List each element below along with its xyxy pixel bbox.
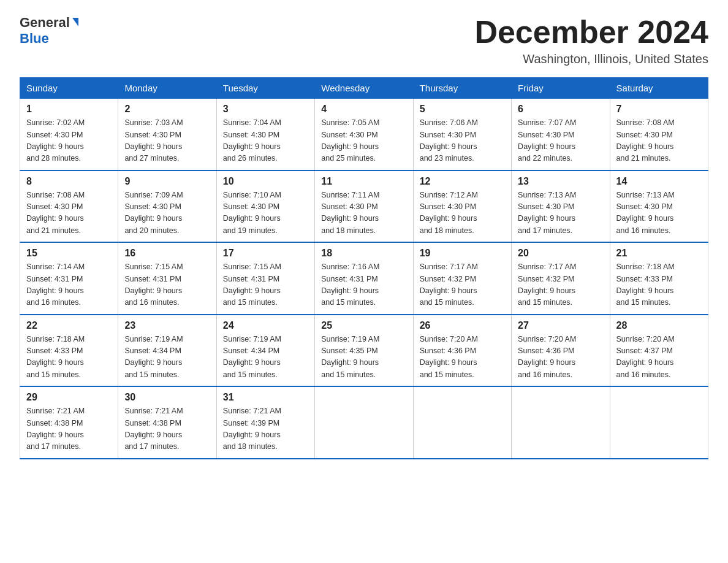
calendar-cell: [315, 386, 413, 459]
day-info: Sunrise: 7:20 AMSunset: 4:36 PMDaylight:…: [420, 334, 505, 381]
day-number: 14: [616, 176, 702, 187]
day-info: Sunrise: 7:17 AMSunset: 4:32 PMDaylight:…: [420, 261, 505, 309]
calendar-cell: 7Sunrise: 7:08 AMSunset: 4:30 PMDaylight…: [610, 99, 708, 170]
day-number: 6: [518, 104, 603, 115]
day-number: 5: [420, 104, 505, 115]
day-number: 4: [321, 104, 406, 115]
day-info: Sunrise: 7:09 AMSunset: 4:30 PMDaylight:…: [124, 190, 210, 237]
day-number: 1: [26, 104, 112, 115]
calendar-cell: [413, 386, 511, 459]
day-number: 28: [616, 320, 702, 331]
calendar-cell: 23Sunrise: 7:19 AMSunset: 4:34 PMDayligh…: [118, 315, 216, 387]
calendar-week-row: 29Sunrise: 7:21 AMSunset: 4:38 PMDayligh…: [20, 386, 708, 459]
calendar-week-row: 1Sunrise: 7:02 AMSunset: 4:30 PMDaylight…: [20, 99, 708, 170]
day-info: Sunrise: 7:10 AMSunset: 4:30 PMDaylight:…: [223, 190, 308, 237]
day-number: 15: [26, 248, 112, 259]
calendar-week-row: 22Sunrise: 7:18 AMSunset: 4:33 PMDayligh…: [20, 315, 708, 387]
weekday-header-tuesday: Tuesday: [216, 78, 314, 99]
calendar-cell: [512, 386, 610, 459]
calendar-cell: 20Sunrise: 7:17 AMSunset: 4:32 PMDayligh…: [512, 242, 610, 315]
calendar-cell: 5Sunrise: 7:06 AMSunset: 4:30 PMDaylight…: [413, 99, 511, 170]
location-subtitle: Washington, Illinois, United States: [474, 52, 708, 66]
day-info: Sunrise: 7:17 AMSunset: 4:32 PMDaylight:…: [518, 261, 603, 309]
day-info: Sunrise: 7:18 AMSunset: 4:33 PMDaylight:…: [26, 334, 112, 381]
calendar-header-row: SundayMondayTuesdayWednesdayThursdayFrid…: [20, 78, 708, 99]
day-info: Sunrise: 7:19 AMSunset: 4:34 PMDaylight:…: [124, 334, 210, 381]
month-title: December 2024: [474, 15, 708, 50]
day-info: Sunrise: 7:14 AMSunset: 4:31 PMDaylight:…: [26, 261, 112, 309]
day-info: Sunrise: 7:18 AMSunset: 4:33 PMDaylight:…: [616, 261, 702, 309]
calendar-week-row: 15Sunrise: 7:14 AMSunset: 4:31 PMDayligh…: [20, 242, 708, 315]
day-info: Sunrise: 7:19 AMSunset: 4:34 PMDaylight:…: [223, 334, 308, 381]
calendar-cell: 26Sunrise: 7:20 AMSunset: 4:36 PMDayligh…: [413, 315, 511, 387]
day-number: 8: [26, 176, 112, 187]
day-info: Sunrise: 7:20 AMSunset: 4:37 PMDaylight:…: [616, 334, 702, 381]
calendar-cell: 22Sunrise: 7:18 AMSunset: 4:33 PMDayligh…: [20, 315, 118, 387]
day-number: 11: [321, 176, 406, 187]
calendar-week-row: 8Sunrise: 7:08 AMSunset: 4:30 PMDaylight…: [20, 170, 708, 243]
day-number: 27: [518, 320, 603, 331]
day-number: 16: [124, 248, 210, 259]
calendar-cell: 24Sunrise: 7:19 AMSunset: 4:34 PMDayligh…: [216, 315, 314, 387]
day-info: Sunrise: 7:05 AMSunset: 4:30 PMDaylight:…: [321, 117, 406, 165]
calendar-cell: 31Sunrise: 7:21 AMSunset: 4:39 PMDayligh…: [216, 386, 314, 459]
day-info: Sunrise: 7:19 AMSunset: 4:35 PMDaylight:…: [321, 334, 406, 381]
calendar-table: SundayMondayTuesdayWednesdayThursdayFrid…: [20, 77, 708, 459]
day-number: 9: [124, 176, 210, 187]
day-info: Sunrise: 7:20 AMSunset: 4:36 PMDaylight:…: [518, 334, 603, 381]
calendar-cell: 11Sunrise: 7:11 AMSunset: 4:30 PMDayligh…: [315, 170, 413, 243]
day-info: Sunrise: 7:13 AMSunset: 4:30 PMDaylight:…: [518, 190, 603, 237]
day-number: 21: [616, 248, 702, 259]
calendar-cell: 17Sunrise: 7:15 AMSunset: 4:31 PMDayligh…: [216, 242, 314, 315]
day-number: 25: [321, 320, 406, 331]
day-number: 22: [26, 320, 112, 331]
day-info: Sunrise: 7:11 AMSunset: 4:30 PMDaylight:…: [321, 190, 406, 237]
calendar-cell: [610, 386, 708, 459]
day-number: 18: [321, 248, 406, 259]
calendar-cell: 13Sunrise: 7:13 AMSunset: 4:30 PMDayligh…: [512, 170, 610, 243]
day-number: 2: [124, 104, 210, 115]
calendar-cell: 19Sunrise: 7:17 AMSunset: 4:32 PMDayligh…: [413, 242, 511, 315]
calendar-cell: 25Sunrise: 7:19 AMSunset: 4:35 PMDayligh…: [315, 315, 413, 387]
day-info: Sunrise: 7:13 AMSunset: 4:30 PMDaylight:…: [616, 190, 702, 237]
calendar-cell: 9Sunrise: 7:09 AMSunset: 4:30 PMDaylight…: [118, 170, 216, 243]
day-info: Sunrise: 7:15 AMSunset: 4:31 PMDaylight:…: [124, 261, 210, 309]
day-info: Sunrise: 7:21 AMSunset: 4:38 PMDaylight:…: [124, 405, 210, 453]
day-number: 26: [420, 320, 505, 331]
day-number: 24: [223, 320, 308, 331]
calendar-cell: 29Sunrise: 7:21 AMSunset: 4:38 PMDayligh…: [20, 386, 118, 459]
calendar-cell: 6Sunrise: 7:07 AMSunset: 4:30 PMDaylight…: [512, 99, 610, 170]
day-number: 17: [223, 248, 308, 259]
page-header: General Blue December 2024 Washington, I…: [20, 15, 708, 66]
calendar-cell: 1Sunrise: 7:02 AMSunset: 4:30 PMDaylight…: [20, 99, 118, 170]
calendar-cell: 10Sunrise: 7:10 AMSunset: 4:30 PMDayligh…: [216, 170, 314, 243]
calendar-cell: 4Sunrise: 7:05 AMSunset: 4:30 PMDaylight…: [315, 99, 413, 170]
calendar-cell: 28Sunrise: 7:20 AMSunset: 4:37 PMDayligh…: [610, 315, 708, 387]
day-info: Sunrise: 7:06 AMSunset: 4:30 PMDaylight:…: [420, 117, 505, 165]
logo-general-text: General: [20, 15, 70, 31]
calendar-cell: 27Sunrise: 7:20 AMSunset: 4:36 PMDayligh…: [512, 315, 610, 387]
day-number: 31: [223, 392, 308, 403]
day-number: 23: [124, 320, 210, 331]
calendar-cell: 16Sunrise: 7:15 AMSunset: 4:31 PMDayligh…: [118, 242, 216, 315]
day-number: 10: [223, 176, 308, 187]
day-info: Sunrise: 7:08 AMSunset: 4:30 PMDaylight:…: [26, 190, 112, 237]
day-info: Sunrise: 7:03 AMSunset: 4:30 PMDaylight:…: [124, 117, 210, 165]
weekday-header-wednesday: Wednesday: [315, 78, 413, 99]
day-info: Sunrise: 7:12 AMSunset: 4:30 PMDaylight:…: [420, 190, 505, 237]
calendar-cell: 21Sunrise: 7:18 AMSunset: 4:33 PMDayligh…: [610, 242, 708, 315]
day-number: 20: [518, 248, 603, 259]
day-info: Sunrise: 7:02 AMSunset: 4:30 PMDaylight:…: [26, 117, 112, 165]
title-block: December 2024 Washington, Illinois, Unit…: [474, 15, 708, 66]
day-info: Sunrise: 7:07 AMSunset: 4:30 PMDaylight:…: [518, 117, 603, 165]
weekday-header-thursday: Thursday: [413, 78, 511, 99]
day-number: 19: [420, 248, 505, 259]
day-info: Sunrise: 7:04 AMSunset: 4:30 PMDaylight:…: [223, 117, 308, 165]
weekday-header-friday: Friday: [512, 78, 610, 99]
calendar-cell: 8Sunrise: 7:08 AMSunset: 4:30 PMDaylight…: [20, 170, 118, 243]
day-info: Sunrise: 7:21 AMSunset: 4:38 PMDaylight:…: [26, 405, 112, 453]
day-number: 3: [223, 104, 308, 115]
weekday-header-sunday: Sunday: [20, 78, 118, 99]
day-number: 12: [420, 176, 505, 187]
calendar-cell: 30Sunrise: 7:21 AMSunset: 4:38 PMDayligh…: [118, 386, 216, 459]
